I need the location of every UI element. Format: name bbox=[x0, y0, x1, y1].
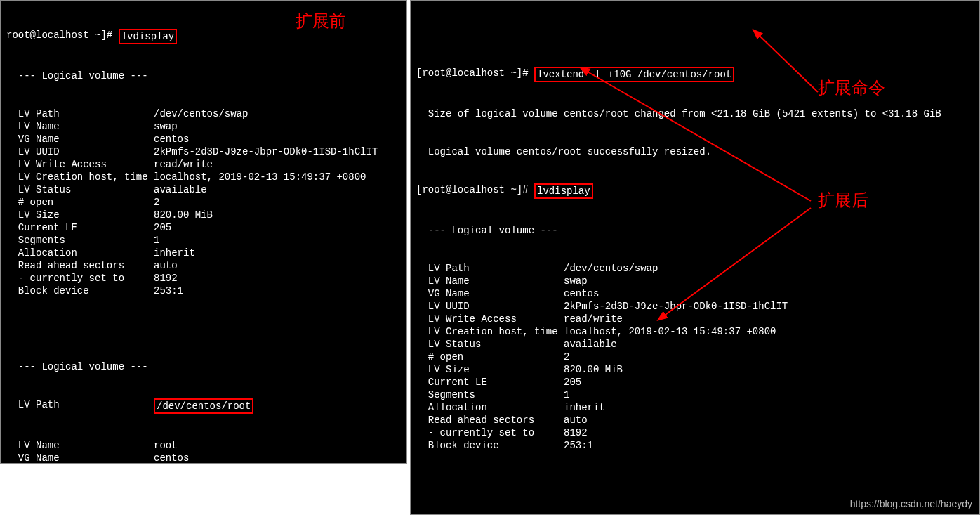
field-label: LV Name bbox=[416, 275, 564, 287]
svg-line-1 bbox=[586, 71, 811, 201]
terminal-line: Segments1 bbox=[6, 234, 401, 247]
field-value: localhost, 2019-02-13 15:49:37 +0800 bbox=[154, 171, 366, 183]
terminal-line: LV Size820.00 MiB bbox=[6, 209, 401, 221]
terminal-line: - currently set to8192 bbox=[416, 426, 974, 439]
terminal-line: Current LE205 bbox=[6, 221, 401, 234]
terminal-line: LV Creation host, timelocalhost, 2019-02… bbox=[416, 325, 974, 338]
lv-path-line: LV Path/dev/centos/root bbox=[6, 398, 401, 414]
terminal-line: LV Nameswap bbox=[416, 275, 974, 287]
terminal-line: # open2 bbox=[416, 351, 974, 363]
field-value: 205 bbox=[154, 221, 171, 234]
terminal-line: Read ahead sectorsauto bbox=[6, 259, 401, 272]
swap-volume-block: LV Path/dev/centos/swap LV Nameswap VG N… bbox=[6, 107, 401, 297]
field-label: Read ahead sectors bbox=[416, 414, 564, 426]
annotation-before: 扩展前 bbox=[296, 15, 346, 27]
terminal-line: LV UUID2kPmfs-2d3D-J9ze-Jbpr-ODk0-1ISD-1… bbox=[416, 300, 974, 313]
field-label: VG Name bbox=[6, 452, 154, 464]
field-value: centos bbox=[564, 287, 599, 300]
field-value: 1 bbox=[564, 389, 569, 401]
field-label: LV UUID bbox=[6, 145, 154, 158]
field-label: LV Name bbox=[6, 439, 154, 452]
field-value: 8192 bbox=[154, 272, 178, 285]
shell-prompt: [root@localhost ~]# bbox=[416, 183, 534, 199]
field-value: auto bbox=[154, 259, 178, 272]
terminal-line: Allocationinherit bbox=[6, 247, 401, 259]
cmd-lvdisplay: lvdisplay bbox=[119, 29, 178, 44]
section-header: --- Logical volume --- bbox=[416, 224, 974, 237]
terminal-line: [root@localhost ~]# lvdisplay bbox=[416, 183, 974, 199]
terminal-line: LV Path/dev/centos/swap bbox=[6, 107, 401, 120]
terminal-line: LV Statusavailable bbox=[6, 183, 401, 196]
field-label: LV Creation host, time bbox=[6, 171, 154, 183]
terminal-line: - currently set to8192 bbox=[6, 272, 401, 285]
field-value: swap bbox=[154, 120, 178, 133]
field-value: 2kPmfs-2d3D-J9ze-Jbpr-ODk0-1ISD-1hClIT bbox=[154, 145, 378, 158]
svg-line-0 bbox=[758, 34, 818, 92]
field-label: Segments bbox=[6, 234, 154, 247]
field-label: # open bbox=[6, 196, 154, 209]
terminal-line: LV Size820.00 MiB bbox=[416, 363, 974, 376]
field-label: Allocation bbox=[416, 401, 564, 414]
field-label: LV Creation host, time bbox=[416, 325, 564, 338]
root-path-value: /dev/centos/root bbox=[154, 398, 253, 414]
field-value: root bbox=[154, 439, 178, 452]
field-value: auto bbox=[564, 414, 588, 426]
terminal-left[interactable]: root@localhost ~]# lvdisplay --- Logical… bbox=[0, 0, 407, 464]
field-label: Block device bbox=[416, 439, 564, 452]
field-label: Current LE bbox=[416, 376, 564, 389]
field-label: LV Path bbox=[6, 107, 154, 120]
field-label: Segments bbox=[416, 389, 564, 401]
terminal-line: LV Write Accessread/write bbox=[416, 313, 974, 325]
field-value: centos bbox=[154, 133, 189, 145]
terminal-line: Current LE205 bbox=[416, 376, 974, 389]
field-label: - currently set to bbox=[416, 426, 564, 439]
field-value: swap bbox=[564, 275, 588, 287]
field-value: available bbox=[154, 183, 207, 196]
field-label: LV Status bbox=[416, 338, 564, 351]
field-value: 1 bbox=[154, 234, 159, 247]
terminal-line: VG Namecentos bbox=[6, 133, 401, 145]
terminal-line: VG Namecentos bbox=[416, 287, 974, 300]
shell-prompt: root@localhost ~]# bbox=[6, 29, 119, 44]
field-label: # open bbox=[416, 351, 564, 363]
field-label: LV Write Access bbox=[6, 158, 154, 171]
field-label: LV UUID bbox=[416, 300, 564, 313]
terminal-line: Segments1 bbox=[416, 389, 974, 401]
field-value: /dev/centos/swap bbox=[564, 262, 658, 275]
field-label: VG Name bbox=[6, 133, 154, 145]
field-label: Read ahead sectors bbox=[6, 259, 154, 272]
terminal-line: Allocationinherit bbox=[416, 401, 974, 414]
terminal-line: LV Path/dev/centos/swap bbox=[416, 262, 974, 275]
terminal-line: LV Nameswap bbox=[6, 120, 401, 133]
root-volume-block-1: LV Nameroot VG Namecentos LV UUIDRfHZlb-… bbox=[6, 439, 401, 464]
field-value: 2 bbox=[154, 196, 159, 209]
field-value: localhost, 2019-02-13 15:49:37 +0800 bbox=[564, 325, 776, 338]
field-label: LV Write Access bbox=[416, 313, 564, 325]
blank-line bbox=[416, 29, 974, 41]
terminal-line: [root@localhost ~]# lvextend -L +10G /de… bbox=[416, 67, 974, 82]
field-label: Allocation bbox=[6, 247, 154, 259]
section-header: --- Logical volume --- bbox=[6, 70, 401, 82]
terminal-line: LV Statusavailable bbox=[416, 338, 974, 351]
field-value: 2 bbox=[564, 351, 569, 363]
field-value: inherit bbox=[154, 247, 195, 259]
terminal-line: Block device253:1 bbox=[6, 285, 401, 297]
field-value: 820.00 MiB bbox=[154, 209, 213, 221]
terminal-output: Logical volume centos/root successfully … bbox=[416, 145, 974, 158]
field-value: 205 bbox=[564, 376, 581, 389]
cmd-lvdisplay: lvdisplay bbox=[534, 183, 593, 199]
terminal-line: LV Write Accessread/write bbox=[6, 158, 401, 171]
shell-prompt: [root@localhost ~]# bbox=[416, 67, 534, 82]
field-value: 253:1 bbox=[154, 285, 183, 297]
annotation-extend-cmd: 扩展命令 bbox=[818, 82, 885, 94]
terminal-line: Block device253:1 bbox=[416, 439, 974, 452]
field-label: LV Size bbox=[6, 209, 154, 221]
field-value: 820.00 MiB bbox=[564, 363, 623, 376]
terminal-line: LV Creation host, timelocalhost, 2019-02… bbox=[6, 171, 401, 183]
field-label: Current LE bbox=[6, 221, 154, 234]
terminal-right[interactable]: [root@localhost ~]# lvextend -L +10G /de… bbox=[410, 0, 980, 515]
section-header: --- Logical volume --- bbox=[6, 360, 401, 373]
field-label: LV Size bbox=[416, 363, 564, 376]
field-label: LV Path bbox=[416, 262, 564, 275]
field-value: read/write bbox=[154, 158, 213, 171]
